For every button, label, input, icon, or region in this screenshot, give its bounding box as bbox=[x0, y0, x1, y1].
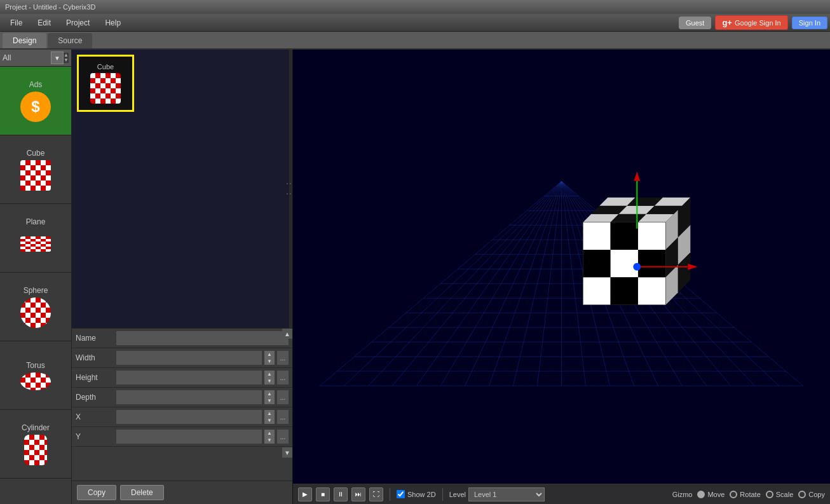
cube-icon bbox=[20, 160, 51, 191]
radio-scale-label[interactable]: Scale bbox=[776, 491, 794, 498]
signin-button[interactable]: Sign In bbox=[792, 17, 827, 29]
panel-drag-handle[interactable]: ⋮⋮ bbox=[289, 50, 292, 328]
category-dropdown-arrow[interactable]: ▼ bbox=[51, 51, 64, 64]
scroll-up-icon[interactable]: ▲ bbox=[284, 330, 290, 337]
viewport[interactable]: ▶ ■ ⏸ ⏭ ⛶ Show 2D Level Level 1 Level 2 … bbox=[293, 50, 830, 504]
level-select[interactable]: Level 1 Level 2 Level 3 bbox=[468, 487, 545, 501]
prop-x-label: X bbox=[76, 412, 114, 421]
cylinder-icon bbox=[24, 435, 47, 465]
object-list: Ads $ Cube Plane Sphere Torus bbox=[0, 67, 71, 504]
prop-height-input[interactable] bbox=[116, 371, 262, 385]
object-item-sphere[interactable]: Sphere bbox=[0, 273, 71, 341]
sphere-label: Sphere bbox=[24, 286, 48, 295]
object-item-torus[interactable]: Torus bbox=[0, 341, 71, 410]
fullscreen-button[interactable]: ⛶ bbox=[369, 487, 383, 501]
stop-button[interactable]: ■ bbox=[316, 487, 330, 501]
delete-button[interactable]: Delete bbox=[120, 485, 164, 500]
prop-y-input[interactable] bbox=[116, 430, 262, 444]
prop-row-width: Width ▲ ▼ ... bbox=[72, 348, 292, 368]
google-signin-button[interactable]: g+ Google Sign In bbox=[715, 15, 787, 30]
prop-row-height: Height ▲ ▼ ... bbox=[72, 368, 292, 388]
radio-rotate[interactable]: Rotate bbox=[730, 491, 760, 498]
prop-x-down[interactable]: ▼ bbox=[264, 417, 275, 424]
guest-button[interactable]: Guest bbox=[679, 17, 711, 29]
menu-file[interactable]: File bbox=[3, 16, 30, 30]
prop-height-stepper: ▲ ▼ bbox=[264, 371, 275, 385]
prop-height-up[interactable]: ▲ bbox=[264, 371, 275, 378]
show2d-label[interactable]: Show 2D bbox=[407, 491, 436, 498]
radio-copy-label[interactable]: Copy bbox=[808, 491, 825, 498]
prop-width-up[interactable]: ▲ bbox=[264, 351, 275, 358]
prop-depth-more[interactable]: ... bbox=[277, 390, 289, 404]
level-label: Level bbox=[449, 491, 466, 498]
prop-name-input[interactable] bbox=[116, 331, 289, 345]
pause-button[interactable]: ⏸ bbox=[334, 487, 348, 501]
prop-depth-up[interactable]: ▲ bbox=[264, 390, 275, 397]
prop-height-more[interactable]: ... bbox=[277, 371, 289, 385]
properties-panel: ▲ Name Width ▲ ▼ ... bbox=[72, 328, 292, 480]
radio-rotate-dot[interactable] bbox=[730, 491, 737, 498]
skip-forward-button[interactable]: ⏭ bbox=[351, 487, 365, 501]
gizmo-label: Gizmo bbox=[672, 491, 693, 498]
show2d-area: Show 2D bbox=[397, 490, 436, 498]
prop-depth-input[interactable] bbox=[116, 390, 262, 404]
menu-project[interactable]: Project bbox=[58, 16, 97, 30]
grid-cube-label: Cube bbox=[97, 63, 114, 71]
play-button[interactable]: ▶ bbox=[298, 487, 312, 501]
viewport-canvas bbox=[293, 50, 830, 504]
radio-scale[interactable]: Scale bbox=[766, 491, 794, 498]
plane-icon bbox=[20, 236, 51, 252]
radio-move-dot[interactable] bbox=[697, 491, 705, 498]
prop-row-y: Y ▲ ▼ ... bbox=[72, 427, 292, 447]
prop-row-name: Name bbox=[72, 329, 292, 348]
copy-button[interactable]: Copy bbox=[77, 485, 116, 500]
object-item-cylinder[interactable]: Cylinder bbox=[0, 410, 71, 479]
object-item-cube[interactable]: Cube bbox=[0, 135, 71, 204]
prop-x-stepper: ▲ ▼ bbox=[264, 410, 275, 424]
google-signin-label: Google Sign In bbox=[735, 19, 781, 27]
category-label: All bbox=[3, 53, 51, 62]
properties-scroll[interactable]: Name Width ▲ ▼ ... Height bbox=[72, 329, 292, 480]
cube-label: Cube bbox=[27, 149, 45, 158]
torus-label: Torus bbox=[26, 361, 44, 370]
prop-x-up[interactable]: ▲ bbox=[264, 410, 275, 417]
radio-rotate-label[interactable]: Rotate bbox=[740, 491, 760, 498]
prop-width-down[interactable]: ▼ bbox=[264, 358, 275, 365]
gizmo-area: Gizmo Move Rotate Scale Copy bbox=[672, 491, 825, 498]
prop-y-more[interactable]: ... bbox=[277, 430, 289, 444]
prop-width-input[interactable] bbox=[116, 351, 262, 365]
radio-copy-dot[interactable] bbox=[798, 491, 806, 498]
prop-x-more[interactable]: ... bbox=[277, 410, 289, 424]
grid-item-cube[interactable]: Cube bbox=[77, 55, 134, 112]
radio-scale-dot[interactable] bbox=[766, 491, 773, 498]
prop-y-up[interactable]: ▲ bbox=[264, 430, 275, 437]
prop-width-more[interactable]: ... bbox=[277, 351, 289, 365]
prop-y-down[interactable]: ▼ bbox=[264, 437, 275, 444]
menu-help[interactable]: Help bbox=[97, 16, 128, 30]
radio-move[interactable]: Move bbox=[697, 491, 725, 498]
prop-row-x: X ▲ ▼ ... bbox=[72, 407, 292, 427]
show2d-checkbox[interactable] bbox=[397, 490, 405, 498]
prop-x-input[interactable] bbox=[116, 410, 262, 424]
menu-edit[interactable]: Edit bbox=[30, 16, 58, 30]
prop-depth-label: Depth bbox=[76, 393, 114, 402]
prop-y-label: Y bbox=[76, 432, 114, 441]
prop-y-stepper: ▲ ▼ bbox=[264, 430, 275, 444]
scroll-down-icon[interactable]: ▼ bbox=[284, 449, 290, 456]
torus-icon bbox=[20, 372, 51, 390]
toolbar-sep-2 bbox=[442, 488, 443, 501]
tab-design[interactable]: Design bbox=[3, 33, 46, 48]
cylinder-label: Cylinder bbox=[22, 423, 50, 432]
radio-move-label[interactable]: Move bbox=[707, 491, 725, 498]
prop-height-down[interactable]: ▼ bbox=[264, 378, 275, 385]
ads-label: Ads bbox=[29, 80, 43, 89]
prop-depth-down[interactable]: ▼ bbox=[264, 397, 275, 404]
object-item-ads[interactable]: Ads $ bbox=[0, 67, 71, 135]
object-item-plane[interactable]: Plane bbox=[0, 204, 71, 273]
category-selector[interactable]: All ▼ ▲ ▼ bbox=[0, 50, 71, 67]
radio-copy[interactable]: Copy bbox=[798, 491, 825, 498]
ads-icon: $ bbox=[20, 92, 51, 122]
google-icon: g+ bbox=[722, 18, 732, 27]
tab-source[interactable]: Source bbox=[48, 33, 92, 48]
prop-depth-stepper: ▲ ▼ bbox=[264, 390, 275, 404]
